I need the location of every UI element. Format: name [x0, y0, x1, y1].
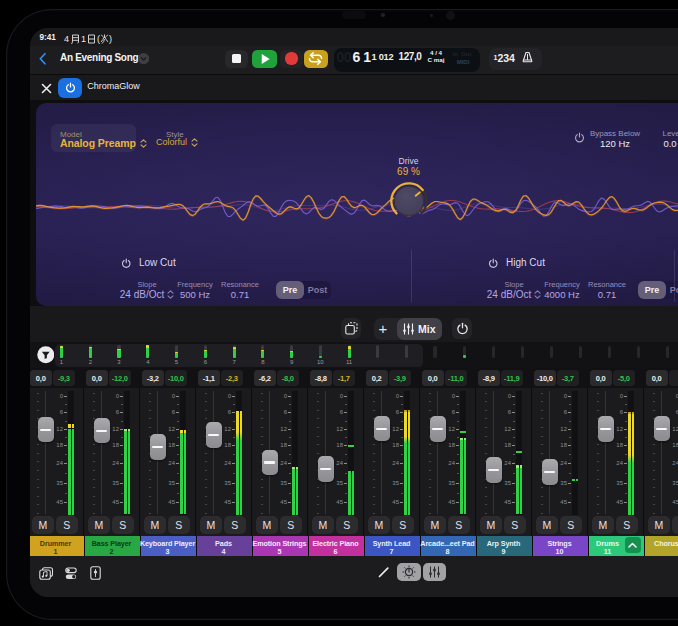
svg-text:(: ( [97, 34, 100, 44]
svg-text:1: 1 [81, 34, 86, 44]
svg-text:4: 4 [64, 34, 69, 44]
svg-text:): ) [109, 34, 112, 44]
